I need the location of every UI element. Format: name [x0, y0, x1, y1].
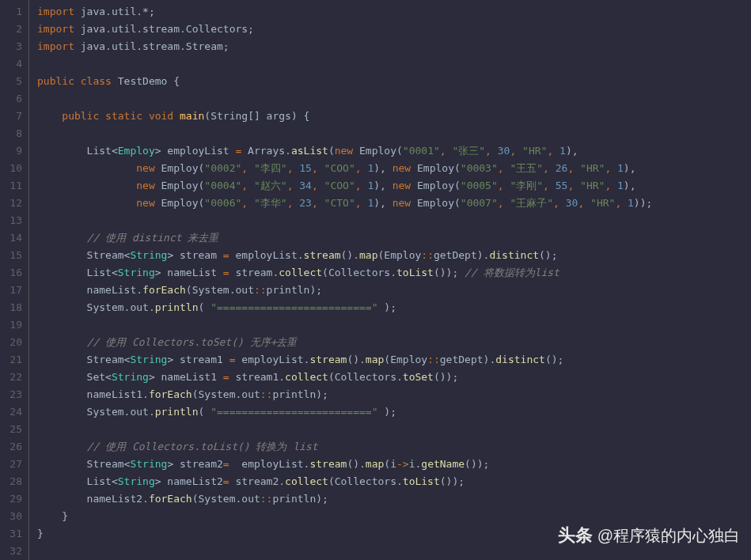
code-line: } — [37, 508, 751, 525]
code-line: System.out.println( "===================… — [37, 403, 751, 421]
code-line: import java.util.stream.Collectors; — [37, 21, 751, 38]
code-line: Set<String> nameList1 = stream1.collect(… — [37, 369, 751, 386]
code-line — [37, 212, 751, 229]
line-number: 14 — [3, 229, 22, 247]
line-number: 17 — [3, 282, 22, 299]
code-line — [37, 125, 751, 142]
line-number: 20 — [3, 334, 22, 351]
code-line: import java.util.*; — [37, 3, 751, 21]
line-number: 26 — [3, 438, 22, 456]
code-line: List<Employ> employList = Arrays.asList(… — [37, 142, 751, 160]
code-area: import java.util.*;import java.util.stre… — [29, 0, 751, 560]
code-line: System.out.println( "===================… — [37, 299, 751, 316]
line-number: 3 — [3, 38, 22, 55]
code-line: // 使用 distinct 来去重 — [37, 229, 751, 247]
code-editor: 1234567891011121314151617181920212223242… — [0, 0, 751, 560]
code-line: List<String> nameList2= stream2.collect(… — [37, 473, 751, 490]
code-line — [37, 543, 751, 560]
line-number: 7 — [3, 108, 22, 125]
line-number: 31 — [3, 525, 22, 543]
line-number: 9 — [3, 142, 22, 160]
line-number-gutter: 1234567891011121314151617181920212223242… — [0, 0, 29, 560]
code-line: import java.util.stream.Stream; — [37, 38, 751, 55]
code-line: nameList1.forEach(System.out::println); — [37, 386, 751, 403]
line-number: 15 — [3, 247, 22, 264]
line-number: 32 — [3, 543, 22, 560]
line-number: 11 — [3, 177, 22, 195]
line-number: 21 — [3, 351, 22, 369]
code-line: nameList2.forEach(System.out::println); — [37, 490, 751, 508]
line-number: 30 — [3, 508, 22, 525]
code-line: new Employ("0002", "李四", 15, "COO", 1), … — [37, 160, 751, 177]
line-number: 25 — [3, 421, 22, 438]
watermark-handle: @程序猿的内心独白 — [597, 527, 740, 544]
code-line: List<String> nameList = stream.collect(C… — [37, 264, 751, 282]
line-number: 2 — [3, 21, 22, 38]
code-line: new Employ("0006", "李华", 23, "CTO", 1), … — [37, 195, 751, 212]
code-line: new Employ("0004", "赵六", 34, "COO", 1), … — [37, 177, 751, 195]
code-line: // 使用 Collectors.toSet() 无序+去重 — [37, 334, 751, 351]
line-number: 22 — [3, 369, 22, 386]
code-line — [37, 90, 751, 108]
line-number: 18 — [3, 299, 22, 316]
line-number: 8 — [3, 125, 22, 142]
line-number: 27 — [3, 456, 22, 473]
line-number: 28 — [3, 473, 22, 490]
line-number: 24 — [3, 403, 22, 421]
line-number: 13 — [3, 212, 22, 229]
code-line — [37, 55, 751, 73]
line-number: 1 — [3, 3, 22, 21]
watermark-logo: 头条 — [558, 527, 593, 544]
code-line: public static void main(String[] args) { — [37, 108, 751, 125]
line-number: 16 — [3, 264, 22, 282]
code-line — [37, 316, 751, 334]
line-number: 19 — [3, 316, 22, 334]
line-number: 6 — [3, 90, 22, 108]
line-number: 23 — [3, 386, 22, 403]
line-number: 12 — [3, 195, 22, 212]
code-line: // 使用 Collectors.toList() 转换为 list — [37, 438, 751, 456]
code-line: nameList.forEach(System.out::println); — [37, 282, 751, 299]
code-line: Stream<String> stream1 = employList.stre… — [37, 351, 751, 369]
code-line — [37, 421, 751, 438]
line-number: 10 — [3, 160, 22, 177]
line-number: 5 — [3, 73, 22, 90]
code-line: Stream<String> stream = employList.strea… — [37, 247, 751, 264]
code-line: public class TestDemo { — [37, 73, 751, 90]
line-number: 29 — [3, 490, 22, 508]
watermark: 头条 @程序猿的内心独白 — [558, 527, 740, 544]
line-number: 4 — [3, 55, 22, 73]
code-line: Stream<String> stream2= employList.strea… — [37, 456, 751, 473]
